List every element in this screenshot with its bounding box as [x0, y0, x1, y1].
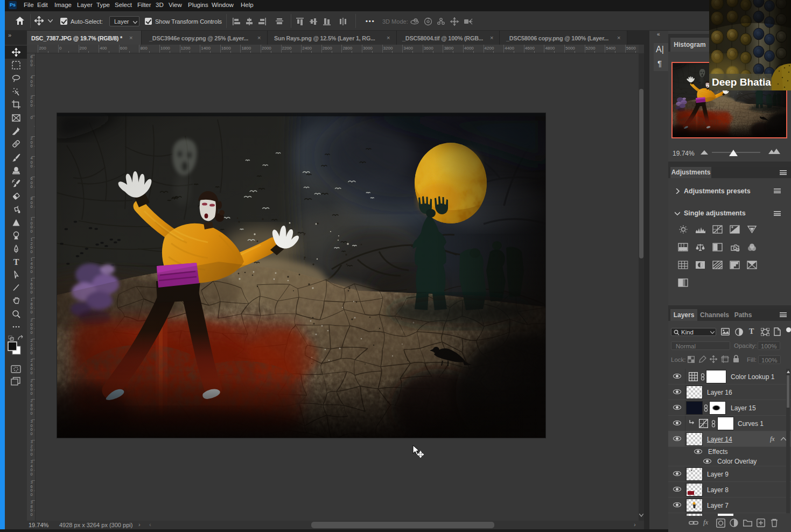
svg-text:T: T [13, 257, 19, 266]
svg-text:Deep Bhatia: Deep Bhatia [712, 76, 771, 88]
